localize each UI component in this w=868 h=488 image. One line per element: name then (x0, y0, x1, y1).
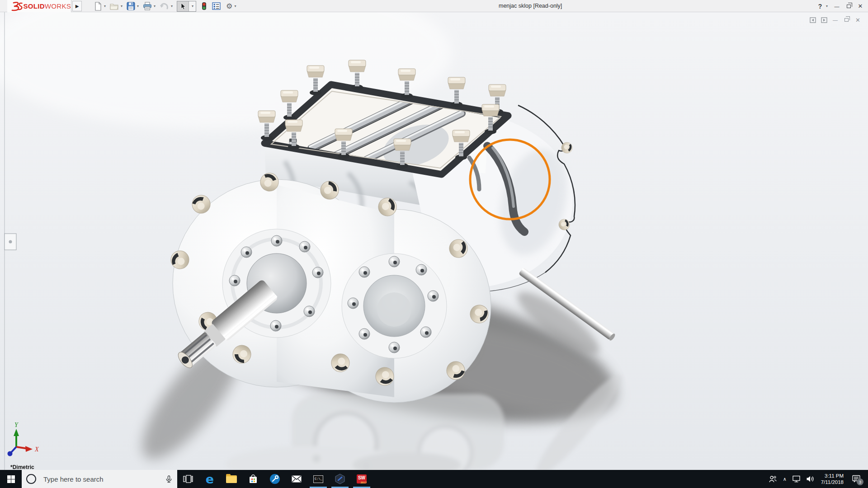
minimize-button[interactable]: — (831, 4, 843, 9)
restore-icon (844, 18, 849, 22)
speaker-icon[interactable] (804, 470, 817, 488)
title-bar: SOLIDWORKS ▶ ▾ ▾ ▾ (0, 0, 868, 12)
caret-down-icon[interactable]: ▾ (121, 4, 123, 8)
pane-left-icon (810, 17, 816, 23)
caret-down-icon[interactable]: ▾ (154, 4, 156, 8)
sw-year: 2017 (361, 481, 367, 484)
hexagon-app-icon (335, 474, 345, 484)
side-bolt[interactable] (561, 142, 572, 153)
undo-arrow-icon (160, 2, 169, 10)
clock-date: 7/11/2018 (821, 479, 844, 485)
document-window-controls: — ✕ (807, 15, 863, 24)
new-document-icon (94, 2, 102, 11)
new-button[interactable] (93, 1, 103, 12)
microphone-icon[interactable] (165, 475, 173, 483)
cortana-icon[interactable] (26, 474, 36, 484)
select-tool-group: ▾ (177, 1, 196, 12)
print-icon (143, 2, 152, 10)
taskbar-icon-task-view[interactable] (177, 470, 199, 488)
restore-icon (847, 5, 851, 8)
select-tool-caret[interactable]: ▾ (189, 4, 196, 8)
save-button[interactable] (126, 1, 136, 12)
save-floppy-icon (127, 2, 135, 10)
taskbar-icon-solidworks-2017[interactable]: SW 2017 (351, 470, 373, 488)
display-pane-button[interactable] (211, 1, 222, 12)
quick-toolbar: ▾ ▾ ▾ ▾ (90, 0, 236, 12)
doc-restore-button[interactable] (841, 15, 852, 24)
restore-button[interactable] (843, 3, 854, 9)
help-caret-icon[interactable]: ▾ (826, 4, 828, 8)
system-tray: ∧ 3:11 PM 7/11/2018 (766, 470, 868, 488)
document-title: menjac sklop [Read-only] (499, 3, 562, 9)
doc-minimize-button[interactable]: — (830, 15, 841, 24)
windows-taskbar: e C:\ (0, 470, 868, 488)
start-button[interactable] (0, 470, 22, 488)
task-view-icon (183, 475, 193, 483)
taskbar-icon-command-prompt[interactable]: C:\_ (307, 470, 329, 488)
taskbar-icon-store[interactable] (242, 470, 264, 488)
print-button[interactable] (142, 1, 153, 12)
3d-view[interactable]: Y X (0, 12, 868, 470)
edge-icon: e (206, 473, 214, 485)
toolbar-expander-button[interactable]: ▶ (72, 1, 82, 11)
taskbar-icon-file-explorer[interactable] (221, 470, 242, 488)
network-icon[interactable] (790, 470, 804, 488)
bore-dome (377, 292, 411, 327)
taskbar-search[interactable] (22, 470, 177, 488)
caret-down-icon[interactable]: ▾ (137, 4, 139, 8)
chevron-up-icon[interactable]: ∧ (779, 476, 790, 482)
solidworks-app-icon: SW 2017 (357, 474, 367, 483)
store-icon (249, 474, 258, 484)
splitter-dot-icon (9, 240, 12, 244)
x-axis-label: X (34, 446, 39, 453)
options-button[interactable]: ⚙ (225, 1, 233, 12)
open-button[interactable] (109, 1, 120, 12)
graphics-viewport[interactable]: Y X *Dimetric (0, 12, 868, 470)
taskbar-icon-mail[interactable] (286, 470, 307, 488)
clock-time: 3:11 PM (821, 473, 844, 479)
taskbar-apps: e C:\ (177, 470, 373, 488)
close-button[interactable]: ✕ (854, 3, 866, 9)
view-orientation-label: *Dimetric (10, 464, 34, 470)
view-safety-button[interactable] (201, 1, 208, 12)
collapse-right-pane-button[interactable] (818, 15, 830, 24)
solidworks-logo: SOLIDWORKS (7, 0, 71, 12)
taskbar-icon-edge[interactable]: e (199, 470, 221, 488)
expander-arrow-icon: ▶ (75, 4, 79, 9)
output-flange[interactable] (342, 253, 447, 358)
select-tool-button[interactable] (177, 1, 189, 11)
people-icon[interactable] (766, 470, 779, 488)
help-button[interactable]: ? (815, 3, 825, 10)
display-pane-icon (212, 2, 221, 10)
pane-right-icon (821, 17, 827, 23)
brand-works: WORKS (45, 2, 71, 10)
brand-solid: SOLID (23, 2, 44, 10)
gear-icon: ⚙ (226, 3, 232, 10)
taskbar-icon-settings-tool[interactable] (264, 470, 286, 488)
traffic-light-icon (202, 2, 207, 10)
windows-logo-icon (7, 475, 15, 483)
taskbar-clock[interactable]: 3:11 PM 7/11/2018 (817, 473, 847, 485)
file-explorer-icon (226, 475, 237, 483)
brand-text: SOLIDWORKS (23, 2, 71, 10)
solidworks-logo-mark (10, 1, 23, 11)
command-prompt-icon: C:\_ (313, 475, 323, 483)
select-cursor-icon (180, 3, 186, 10)
mail-icon (292, 475, 302, 483)
caret-down-icon[interactable]: ▾ (234, 4, 236, 8)
z-axis-ball (8, 451, 13, 456)
caret-down-icon[interactable]: ▾ (104, 4, 106, 8)
doc-close-button[interactable]: ✕ (852, 15, 863, 24)
undo-button[interactable] (159, 1, 170, 12)
action-center-button[interactable]: 3 (847, 470, 865, 488)
open-folder-icon (110, 2, 119, 10)
wrench-circle-icon (269, 474, 280, 484)
notification-badge: 3 (857, 479, 863, 485)
caret-down-icon[interactable]: ▾ (171, 4, 173, 8)
sw-letters: SW (358, 475, 365, 480)
taskbar-icon-hex-app[interactable] (329, 470, 351, 488)
caret-down-icon: ▾ (192, 4, 193, 8)
window-controls: ? ▾ — ✕ (815, 0, 868, 12)
search-input[interactable] (42, 475, 165, 483)
collapse-left-pane-button[interactable] (807, 15, 818, 24)
